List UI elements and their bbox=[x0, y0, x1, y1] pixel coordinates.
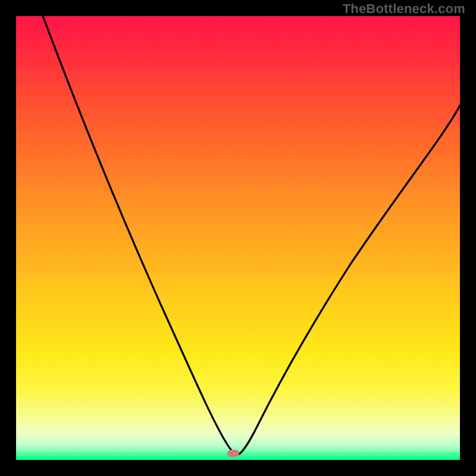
curve-svg bbox=[16, 16, 460, 460]
minimum-marker bbox=[227, 450, 239, 457]
watermark-text: TheBottleneck.com bbox=[343, 1, 465, 17]
chart-frame: TheBottleneck.com bbox=[0, 0, 476, 476]
bottleneck-curve-path bbox=[43, 16, 460, 455]
plot-area bbox=[16, 16, 460, 460]
